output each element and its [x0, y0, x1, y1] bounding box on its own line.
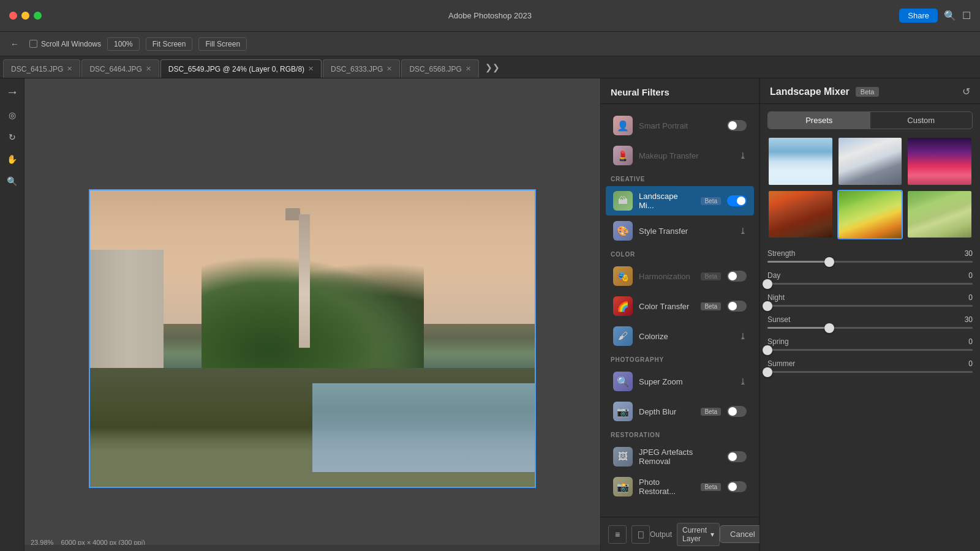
- filter-badge-color-transfer: Beta: [701, 302, 721, 310]
- tab-dsc6549[interactable]: DSC_6549.JPG @ 24% (Layer 0, RGB/8) ✕: [160, 59, 322, 78]
- slider-track-strength[interactable]: [767, 261, 973, 263]
- filter-item-depth-blur[interactable]: 📷 Depth Blur Beta: [606, 397, 754, 426]
- scroll-all-windows-group: Scroll All Windows: [29, 40, 101, 48]
- download-icon-style[interactable]: ⤓: [739, 226, 747, 236]
- preset-snowy-mountains[interactable]: [767, 137, 834, 186]
- rotate-tool[interactable]: ↻: [4, 129, 21, 146]
- tab-dsc6333[interactable]: DSC_6333.JPG ✕: [323, 59, 400, 78]
- preset-sunset-purple[interactable]: [907, 137, 973, 186]
- fit-screen-button[interactable]: Fit Screen: [146, 37, 193, 51]
- move-tool[interactable]: ⭢: [4, 84, 21, 102]
- slider-thumb-spring[interactable]: [763, 345, 772, 355]
- slider-row-day: Day 0: [767, 271, 973, 285]
- filter-name-makeup-transfer: Makeup Transfer: [639, 151, 733, 160]
- filter-toggle-depth-blur[interactable]: [727, 406, 747, 417]
- scroll-all-windows-checkbox[interactable]: [29, 40, 37, 48]
- slider-track-night[interactable]: [767, 305, 973, 307]
- mixer-tabs: Presets Custom: [767, 111, 973, 129]
- filter-thumb-jpeg-artefacts: 🖼: [613, 447, 633, 467]
- filter-toggle-harmonization[interactable]: [727, 271, 747, 282]
- filter-toggle-smart-portrait[interactable]: [727, 120, 747, 131]
- slider-thumb-night[interactable]: [763, 301, 772, 311]
- preset-mountain-valley[interactable]: [837, 137, 903, 186]
- filter-item-makeup-transfer[interactable]: 💄 Makeup Transfer ⤓: [606, 141, 754, 170]
- bottom-icons: ≡ ⎕: [608, 525, 650, 544]
- slider-track-sunset[interactable]: [767, 327, 973, 329]
- preset-sunny-meadow[interactable]: [837, 190, 903, 239]
- close-button[interactable]: [9, 12, 17, 20]
- filter-item-colorize[interactable]: 🖌 Colorize ⤓: [606, 321, 754, 351]
- slider-row-spring: Spring 0: [767, 337, 973, 351]
- filter-item-smart-portrait[interactable]: 👤 Smart Portrait: [606, 111, 754, 140]
- tab-dsc6568[interactable]: DSC_6568.JPG ✕: [401, 59, 478, 78]
- tab-close-icon[interactable]: ✕: [67, 65, 72, 73]
- filter-name-color-transfer: Color Transfer: [639, 302, 695, 311]
- tab-overflow-button[interactable]: ❯❯: [480, 62, 505, 72]
- slider-label-row-spring: Spring 0: [767, 337, 973, 346]
- tab-close-icon[interactable]: ✕: [466, 65, 471, 73]
- tab-custom[interactable]: Custom: [870, 112, 973, 129]
- restore-defaults-icon[interactable]: ↺: [962, 86, 970, 97]
- slider-track-day[interactable]: [767, 283, 973, 285]
- download-icon-super-zoom[interactable]: ⤓: [739, 377, 747, 386]
- filter-item-super-zoom[interactable]: 🔍 Super Zoom ⤓: [606, 367, 754, 396]
- filter-toggle-photo-restoration[interactable]: [727, 481, 747, 492]
- scene: [90, 190, 535, 487]
- fill-screen-button[interactable]: Fill Screen: [198, 37, 247, 51]
- slider-value-sunset: 30: [965, 315, 973, 324]
- slider-thumb-strength[interactable]: [824, 257, 834, 267]
- filter-item-style-transfer[interactable]: 🎨 Style Transfer ⤓: [606, 216, 754, 246]
- maximize-button[interactable]: [34, 12, 42, 20]
- minimize-button[interactable]: [21, 12, 29, 20]
- filter-name-style-transfer: Style Transfer: [639, 227, 733, 236]
- filter-name-smart-portrait: Smart Portrait: [639, 121, 721, 130]
- slider-value-strength: 30: [965, 249, 973, 258]
- download-icon-colorize[interactable]: ⤓: [739, 331, 747, 341]
- slider-track-summer[interactable]: [767, 371, 973, 373]
- canvas-image[interactable]: [89, 189, 536, 488]
- output-select[interactable]: Current Layer ▾: [677, 523, 720, 546]
- slider-thumb-summer[interactable]: [763, 367, 772, 377]
- slider-thumb-day[interactable]: [763, 279, 772, 289]
- filter-toggle-jpeg-artefacts[interactable]: [727, 451, 747, 462]
- horizontal-scrollbar[interactable]: [24, 545, 600, 551]
- filter-toggle-color-transfer[interactable]: [727, 301, 747, 312]
- cancel-button[interactable]: Cancel: [720, 525, 765, 543]
- tab-close-icon[interactable]: ✕: [386, 65, 392, 73]
- download-icon-makeup[interactable]: ⤓: [739, 151, 747, 160]
- hand-tool[interactable]: ✋: [4, 151, 21, 168]
- slider-thumb-sunset[interactable]: [824, 323, 834, 333]
- traffic-lights: [9, 12, 42, 20]
- filter-toggle-landscape-mixer[interactable]: [727, 195, 747, 206]
- slider-value-night: 0: [968, 293, 973, 302]
- tab-close-icon[interactable]: ✕: [146, 65, 151, 73]
- tab-dsc6415[interactable]: DSC_6415.JPG ✕: [3, 59, 80, 78]
- mixer-body: Presets Custom: [760, 104, 980, 551]
- canvas-area: 23.98% 6000 px × 4000 px (300 ppi): [24, 78, 600, 551]
- filter-badge-depth-blur: Beta: [701, 408, 721, 416]
- stack-icon-button[interactable]: ⎕: [631, 525, 650, 544]
- back-icon[interactable]: ←: [6, 36, 23, 53]
- tab-dsc6464[interactable]: DSC_6464.JPG ✕: [81, 59, 159, 78]
- search-icon[interactable]: 🔍: [944, 10, 956, 21]
- slider-row-sunset: Sunset 30: [767, 315, 973, 329]
- filter-item-color-transfer[interactable]: 🌈 Color Transfer Beta: [606, 291, 754, 321]
- filter-item-photo-restoration[interactable]: 📸 Photo Restorat... Beta: [606, 472, 754, 501]
- zoom-level-button[interactable]: 100%: [107, 37, 140, 51]
- tab-close-icon[interactable]: ✕: [308, 65, 314, 73]
- slider-label-sunset: Sunset: [767, 315, 790, 324]
- preset-green-hills[interactable]: [907, 190, 973, 239]
- filter-thumb-photo-restoration: 📸: [613, 477, 633, 497]
- view-tool[interactable]: ◎: [4, 107, 21, 124]
- filter-item-landscape-mixer[interactable]: 🏔 Landscape Mi... Beta: [606, 186, 754, 216]
- arrange-icon[interactable]: ☐: [962, 10, 971, 21]
- zoom-tool[interactable]: 🔍: [4, 173, 21, 190]
- neural-filters-bottom: ≡ ⎕ Output Current Layer ▾ Cancel OK: [601, 517, 759, 551]
- layers-icon-button[interactable]: ≡: [608, 525, 627, 544]
- filter-item-jpeg-artefacts[interactable]: 🖼 JPEG Artefacts Removal: [606, 442, 754, 471]
- share-button[interactable]: Share: [899, 9, 938, 23]
- slider-track-spring[interactable]: [767, 349, 973, 351]
- filter-item-harmonization[interactable]: 🎭 Harmonization Beta: [606, 261, 754, 291]
- tab-presets[interactable]: Presets: [768, 112, 870, 129]
- preset-canyon-red[interactable]: [767, 190, 834, 239]
